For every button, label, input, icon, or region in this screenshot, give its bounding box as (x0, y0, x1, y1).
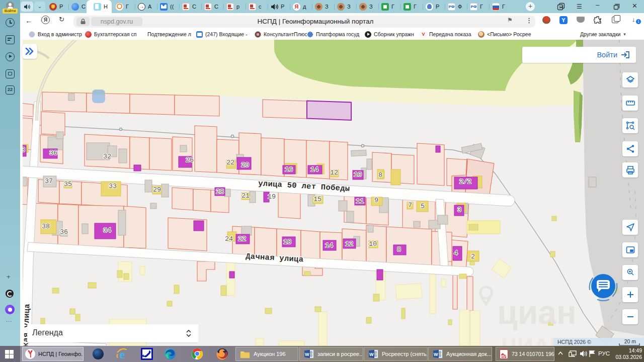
svg-text:35: 35 (64, 180, 72, 188)
svg-text:14: 14 (325, 242, 333, 249)
svg-text:2/2: 2/2 (459, 178, 471, 186)
svg-text:8: 8 (378, 171, 382, 179)
svg-text:12: 12 (345, 240, 353, 248)
svg-text:9: 9 (374, 197, 378, 204)
svg-text:15: 15 (313, 196, 321, 203)
svg-text:W: W (434, 352, 438, 357)
svg-text:W: W (369, 352, 374, 357)
svg-text:19: 19 (268, 193, 276, 201)
svg-text:24: 24 (225, 235, 233, 243)
svg-text:11: 11 (356, 198, 364, 205)
svg-text:20: 20 (241, 161, 249, 169)
svg-text:28: 28 (216, 188, 224, 196)
svg-text:PDF: PDF (502, 356, 505, 358)
svg-text:10: 10 (369, 240, 377, 248)
svg-text:22: 22 (238, 235, 246, 243)
svg-text:26: 26 (186, 156, 194, 164)
svg-text:33: 33 (109, 183, 117, 190)
svg-text:5: 5 (421, 203, 425, 210)
svg-text:34: 34 (103, 227, 111, 234)
svg-text:36: 36 (49, 149, 57, 157)
svg-text:14: 14 (310, 166, 318, 173)
svg-text:циан: циан (497, 294, 577, 331)
svg-text:22: 22 (226, 159, 234, 166)
svg-text:10: 10 (354, 171, 362, 178)
svg-text:18: 18 (283, 238, 291, 246)
svg-text:3: 3 (457, 206, 461, 214)
svg-text:38: 38 (42, 223, 50, 230)
svg-text:36: 36 (60, 228, 68, 236)
svg-text:21: 21 (242, 192, 250, 200)
svg-text:16: 16 (285, 166, 293, 173)
svg-text:37: 37 (45, 177, 53, 185)
svg-text:29: 29 (153, 186, 161, 194)
svg-text:4: 4 (454, 249, 458, 257)
svg-text:W: W (305, 352, 309, 357)
svg-text:32: 32 (103, 153, 111, 160)
svg-text:12: 12 (330, 169, 338, 176)
svg-text:8: 8 (397, 246, 401, 253)
svg-text:2: 2 (471, 253, 475, 260)
svg-text:7: 7 (408, 202, 412, 209)
